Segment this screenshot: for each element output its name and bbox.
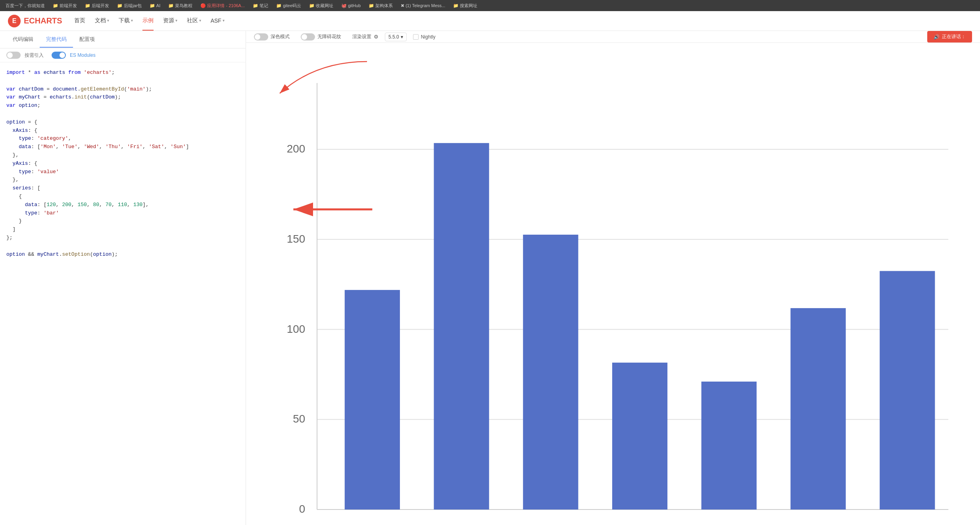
code-editor[interactable]: import * as echarts from 'echarts'; var … bbox=[0, 62, 246, 525]
browser-tab[interactable]: 📁 AI bbox=[147, 2, 163, 9]
bar-tue bbox=[434, 143, 489, 510]
nav-item-asf[interactable]: ASF ▾ bbox=[211, 12, 225, 30]
import-label: 按需引入 bbox=[25, 52, 44, 59]
code-line bbox=[6, 77, 239, 85]
code-line: import * as echarts from 'echarts'; bbox=[6, 69, 239, 77]
code-line: option && myChart.setOption(option); bbox=[6, 251, 239, 259]
toggle-knob bbox=[302, 34, 307, 40]
es-modules-toggle[interactable] bbox=[52, 52, 66, 59]
bar-thu bbox=[612, 363, 667, 510]
navigation-bar: E ECHARTS 首页 文档 ▾ 下载 ▾ 示例 资源 ▾ 社区 ▾ ASF … bbox=[0, 11, 980, 31]
chart-container: 0 50 100 150 200 bbox=[254, 51, 964, 525]
chart-toolbar: 深色模式 无障碍花纹 渲染设置 ⚙ 5.5.0 ▾ Nightly 🔊 bbox=[246, 31, 980, 43]
logo-text: ECHARTS bbox=[24, 16, 62, 25]
browser-tab[interactable]: 百度一下，你就知道 bbox=[3, 2, 47, 10]
x-label-tue: Tue bbox=[452, 523, 471, 525]
x-label-mon: Mon bbox=[361, 523, 383, 525]
chevron-down-icon: ▾ bbox=[401, 34, 403, 40]
render-setting-item[interactable]: 渲染设置 ⚙ bbox=[352, 33, 379, 40]
browser-tab[interactable]: 📁 笔记 bbox=[250, 2, 271, 10]
tab-code-edit[interactable]: 代码编辑 bbox=[6, 32, 40, 48]
es-modules-label: ES Modules bbox=[70, 52, 96, 58]
browser-tab[interactable]: 📁 收藏网址 bbox=[307, 2, 336, 10]
browser-tab[interactable]: 📁 菜鸟教程 bbox=[166, 2, 195, 10]
chevron-down-icon: ▾ bbox=[131, 18, 133, 23]
code-line bbox=[6, 242, 239, 251]
browser-tab[interactable]: 📁 前端开发 bbox=[50, 2, 79, 10]
dark-mode-toggle[interactable] bbox=[254, 33, 268, 41]
toggle-knob bbox=[60, 52, 65, 58]
import-toggle[interactable] bbox=[6, 52, 21, 59]
x-label-wed: Wed bbox=[539, 523, 562, 525]
code-line: data: ['Mon', 'Tue', 'Wed', 'Thu', 'Fri'… bbox=[6, 143, 239, 151]
y-label-0: 0 bbox=[299, 503, 305, 515]
browser-tab[interactable]: 📁 gitee码云 bbox=[274, 2, 304, 10]
render-label: 渲染设置 bbox=[352, 33, 371, 40]
y-label-50: 50 bbox=[293, 413, 305, 425]
x-label-thu: Thu bbox=[630, 523, 649, 525]
logo[interactable]: E ECHARTS bbox=[8, 15, 62, 27]
editor-tabs: 代码编辑 完整代码 配置项 bbox=[0, 31, 246, 48]
nav-item-download[interactable]: 下载 ▾ bbox=[119, 12, 133, 31]
code-line: type: 'category', bbox=[6, 135, 239, 143]
code-line: var option; bbox=[6, 102, 239, 110]
browser-tab[interactable]: 📁 后端jar包 bbox=[115, 2, 144, 10]
browser-tab[interactable]: 🔴 应用详情 - 2106A... bbox=[198, 2, 247, 10]
bar-chart-svg: 0 50 100 150 200 bbox=[254, 51, 964, 525]
code-line: }, bbox=[6, 176, 239, 184]
toggle-knob bbox=[7, 52, 13, 58]
code-line: }, bbox=[6, 151, 239, 160]
code-line bbox=[6, 110, 239, 118]
nightly-checkbox[interactable] bbox=[413, 34, 419, 40]
browser-tab[interactable]: 📁 后端开发 bbox=[83, 2, 111, 10]
code-line: { bbox=[6, 193, 239, 201]
code-line: type: 'bar' bbox=[6, 209, 239, 218]
browser-tab[interactable]: 📁 架构体系 bbox=[366, 2, 395, 10]
nightly-label: Nightly bbox=[421, 34, 436, 40]
gear-icon: ⚙ bbox=[374, 34, 379, 40]
code-line: var myChart = echarts.init(chartDom); bbox=[6, 93, 239, 102]
bar-mon bbox=[345, 290, 400, 510]
code-line: option = { bbox=[6, 118, 239, 127]
browser-tab[interactable]: 🐙 gitHub bbox=[339, 2, 363, 9]
nav-items: 首页 文档 ▾ 下载 ▾ 示例 资源 ▾ 社区 ▾ ASF ▾ bbox=[74, 12, 972, 31]
nav-item-home[interactable]: 首页 bbox=[74, 12, 85, 31]
chevron-down-icon: ▾ bbox=[175, 18, 177, 23]
tab-full-code[interactable]: 完整代码 bbox=[40, 32, 73, 48]
bar-fri bbox=[701, 382, 757, 510]
code-editor-panel: 代码编辑 完整代码 配置项 按需引入 ES Modules import * a… bbox=[0, 31, 246, 525]
chevron-down-icon: ▾ bbox=[199, 18, 201, 23]
version-value: 5.5.0 bbox=[388, 34, 399, 40]
pattern-toggle[interactable] bbox=[301, 33, 315, 41]
version-select[interactable]: 5.5.0 ▾ bbox=[385, 33, 407, 41]
nightly-toggle-item: Nightly bbox=[413, 34, 436, 40]
y-label-200: 200 bbox=[287, 143, 305, 155]
speaker-button[interactable]: 🔊 正在讲话： bbox=[927, 31, 972, 42]
code-line: data: [120, 200, 150, 80, 70, 110, 130], bbox=[6, 201, 239, 209]
y-label-100: 100 bbox=[287, 323, 305, 335]
bar-wed bbox=[523, 235, 578, 510]
bar-sun bbox=[880, 271, 935, 510]
chart-area: 0 50 100 150 200 bbox=[246, 43, 980, 525]
browser-tab[interactable]: ✖ (1) Telegram Mess... bbox=[398, 2, 448, 9]
code-line: type: 'value' bbox=[6, 168, 239, 176]
x-label-sun: Sun bbox=[897, 523, 917, 525]
pattern-label: 无障碍花纹 bbox=[317, 33, 341, 40]
speaker-icon: 🔊 bbox=[934, 34, 940, 40]
code-line: xAxis: { bbox=[6, 127, 239, 135]
x-label-sat: Sat bbox=[810, 523, 826, 525]
code-line: var chartDom = document.getElementById('… bbox=[6, 85, 239, 94]
dark-mode-toggle-item: 深色模式 bbox=[254, 33, 290, 41]
toggle-row: 按需引入 ES Modules bbox=[0, 48, 246, 62]
toggle-knob bbox=[255, 34, 260, 40]
bar-sat bbox=[790, 308, 845, 510]
nav-item-examples[interactable]: 示例 bbox=[142, 12, 154, 31]
tab-config[interactable]: 配置项 bbox=[73, 32, 101, 48]
nav-item-resources[interactable]: 资源 ▾ bbox=[163, 12, 177, 31]
nav-item-community[interactable]: 社区 ▾ bbox=[187, 12, 201, 31]
nav-item-docs[interactable]: 文档 ▾ bbox=[95, 12, 109, 31]
code-line: }; bbox=[6, 234, 239, 242]
browser-tab[interactable]: 📁 搜索网址 bbox=[451, 2, 480, 10]
x-label-fri: Fri bbox=[723, 523, 735, 525]
dark-mode-label: 深色模式 bbox=[271, 33, 290, 40]
